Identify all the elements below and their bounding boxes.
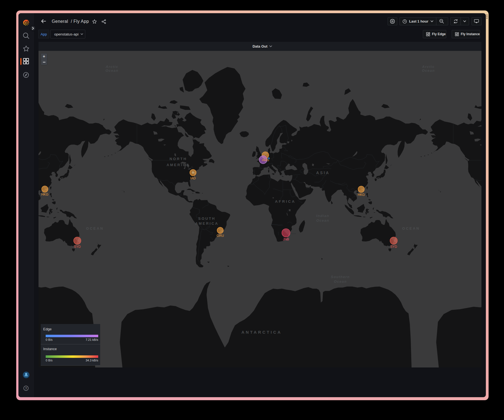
svg-text:OCEAN: OCEAN bbox=[402, 226, 420, 230]
svg-text:Arctic: Arctic bbox=[422, 65, 435, 69]
svg-text:OCEAN: OCEAN bbox=[86, 226, 104, 230]
svg-text:Ocean: Ocean bbox=[334, 279, 347, 284]
svg-text:ANTARCTICA: ANTARCTICA bbox=[241, 330, 282, 334]
svg-text:HKG: HKG bbox=[41, 193, 48, 196]
svg-text:AFRICA: AFRICA bbox=[275, 199, 296, 204]
svg-text:Arctic: Arctic bbox=[105, 65, 118, 69]
svg-text:ASIA: ASIA bbox=[316, 171, 330, 175]
svg-text:?: ? bbox=[25, 387, 27, 390]
svg-text:SYD: SYD bbox=[390, 245, 397, 249]
svg-text:AMERICA: AMERICA bbox=[166, 163, 190, 167]
svg-text:IAD: IAD bbox=[190, 176, 196, 180]
svg-text:SYD: SYD bbox=[74, 245, 81, 249]
svg-text:Southern: Southern bbox=[331, 275, 350, 279]
svg-text:Indian: Indian bbox=[316, 214, 329, 218]
svg-text:JNB: JNB bbox=[283, 237, 289, 241]
svg-text:GRU: GRU bbox=[217, 234, 224, 238]
svg-text:NORTH: NORTH bbox=[169, 157, 187, 161]
svg-text:HKG: HKG bbox=[358, 193, 365, 197]
svg-text:SOUTH: SOUTH bbox=[198, 216, 216, 221]
svg-text:Ocean: Ocean bbox=[105, 68, 118, 73]
svg-text:Ocean: Ocean bbox=[316, 218, 329, 223]
svg-text:Ocean: Ocean bbox=[422, 68, 435, 73]
svg-text:AMERICA: AMERICA bbox=[195, 221, 218, 226]
